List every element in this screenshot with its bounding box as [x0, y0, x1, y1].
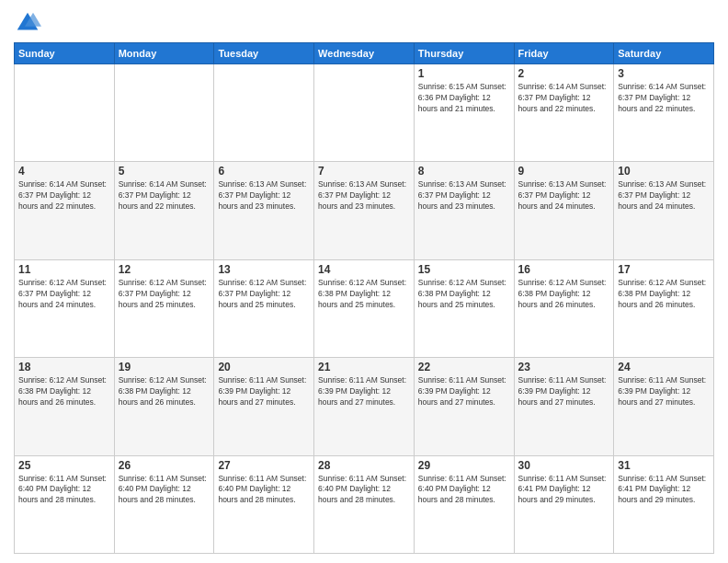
weekday-header: Tuesday	[214, 43, 314, 64]
calendar-cell: 22Sunrise: 6:11 AM Sunset: 6:39 PM Dayli…	[414, 358, 514, 455]
day-number: 6	[218, 165, 310, 178]
day-number: 11	[18, 263, 110, 276]
day-number: 14	[318, 263, 410, 276]
calendar-cell: 18Sunrise: 6:12 AM Sunset: 6:38 PM Dayli…	[15, 358, 115, 455]
day-number: 8	[418, 165, 510, 178]
calendar-cell: 26Sunrise: 6:11 AM Sunset: 6:40 PM Dayli…	[114, 455, 214, 553]
calendar-cell: 4Sunrise: 6:14 AM Sunset: 6:37 PM Daylig…	[15, 162, 115, 259]
day-info: Sunrise: 6:14 AM Sunset: 6:37 PM Dayligh…	[119, 179, 210, 213]
day-info: Sunrise: 6:11 AM Sunset: 6:39 PM Dayligh…	[318, 375, 410, 408]
page: SundayMondayTuesdayWednesdayThursdayFrid…	[0, 0, 728, 563]
day-info: Sunrise: 6:11 AM Sunset: 6:40 PM Dayligh…	[119, 474, 210, 507]
day-info: Sunrise: 6:11 AM Sunset: 6:40 PM Dayligh…	[18, 474, 110, 507]
day-number: 3	[618, 67, 710, 80]
day-number: 26	[119, 459, 210, 472]
calendar-cell: 17Sunrise: 6:12 AM Sunset: 6:38 PM Dayli…	[614, 259, 714, 357]
calendar-cell: 10Sunrise: 6:13 AM Sunset: 6:37 PM Dayli…	[614, 162, 714, 259]
day-info: Sunrise: 6:11 AM Sunset: 6:40 PM Dayligh…	[418, 474, 510, 507]
day-number: 24	[618, 361, 710, 373]
day-info: Sunrise: 6:11 AM Sunset: 6:39 PM Dayligh…	[518, 375, 610, 408]
calendar-cell: 9Sunrise: 6:13 AM Sunset: 6:37 PM Daylig…	[514, 162, 614, 259]
weekday-header: Wednesday	[314, 43, 415, 64]
day-info: Sunrise: 6:12 AM Sunset: 6:38 PM Dayligh…	[618, 278, 710, 311]
calendar-cell: 15Sunrise: 6:12 AM Sunset: 6:38 PM Dayli…	[414, 259, 514, 357]
day-info: Sunrise: 6:12 AM Sunset: 6:37 PM Dayligh…	[18, 278, 110, 311]
calendar-cell: 20Sunrise: 6:11 AM Sunset: 6:39 PM Dayli…	[214, 358, 314, 455]
day-number: 19	[119, 361, 210, 373]
day-number: 31	[618, 459, 710, 472]
calendar-cell: 5Sunrise: 6:14 AM Sunset: 6:37 PM Daylig…	[114, 162, 214, 259]
weekday-header: Sunday	[15, 43, 115, 64]
day-number: 15	[418, 263, 510, 276]
logo-icon	[14, 9, 41, 37]
calendar-cell: 2Sunrise: 6:14 AM Sunset: 6:37 PM Daylig…	[514, 64, 614, 162]
day-number: 16	[518, 263, 610, 276]
calendar-week-row: 1Sunrise: 6:15 AM Sunset: 6:36 PM Daylig…	[15, 64, 714, 162]
day-info: Sunrise: 6:11 AM Sunset: 6:39 PM Dayligh…	[418, 375, 510, 408]
day-info: Sunrise: 6:12 AM Sunset: 6:38 PM Dayligh…	[518, 278, 610, 311]
day-info: Sunrise: 6:13 AM Sunset: 6:37 PM Dayligh…	[618, 179, 710, 213]
day-info: Sunrise: 6:12 AM Sunset: 6:37 PM Dayligh…	[119, 278, 210, 311]
day-number: 7	[318, 165, 410, 178]
day-number: 5	[119, 165, 210, 178]
calendar-cell: 19Sunrise: 6:12 AM Sunset: 6:38 PM Dayli…	[114, 358, 214, 455]
weekday-header: Saturday	[614, 43, 714, 64]
day-info: Sunrise: 6:12 AM Sunset: 6:38 PM Dayligh…	[318, 278, 410, 311]
day-number: 27	[218, 459, 310, 472]
weekday-header: Monday	[114, 43, 214, 64]
calendar-cell	[314, 64, 415, 162]
calendar-cell: 30Sunrise: 6:11 AM Sunset: 6:41 PM Dayli…	[514, 455, 614, 553]
calendar-cell	[15, 64, 115, 162]
calendar-cell: 24Sunrise: 6:11 AM Sunset: 6:39 PM Dayli…	[614, 358, 714, 455]
calendar-cell: 7Sunrise: 6:13 AM Sunset: 6:37 PM Daylig…	[314, 162, 415, 259]
day-info: Sunrise: 6:12 AM Sunset: 6:38 PM Dayligh…	[18, 375, 110, 408]
day-info: Sunrise: 6:15 AM Sunset: 6:36 PM Dayligh…	[418, 82, 510, 115]
day-number: 13	[218, 263, 310, 276]
calendar-cell: 13Sunrise: 6:12 AM Sunset: 6:37 PM Dayli…	[214, 259, 314, 357]
day-number: 29	[418, 459, 510, 472]
calendar-table: SundayMondayTuesdayWednesdayThursdayFrid…	[14, 42, 714, 554]
day-info: Sunrise: 6:12 AM Sunset: 6:38 PM Dayligh…	[418, 278, 510, 311]
calendar-cell: 8Sunrise: 6:13 AM Sunset: 6:37 PM Daylig…	[414, 162, 514, 259]
day-number: 25	[18, 459, 110, 472]
day-number: 1	[418, 67, 510, 80]
calendar-week-row: 25Sunrise: 6:11 AM Sunset: 6:40 PM Dayli…	[15, 455, 714, 553]
weekday-header: Thursday	[414, 43, 514, 64]
day-number: 17	[618, 263, 710, 276]
calendar-cell: 1Sunrise: 6:15 AM Sunset: 6:36 PM Daylig…	[414, 64, 514, 162]
calendar-cell: 6Sunrise: 6:13 AM Sunset: 6:37 PM Daylig…	[214, 162, 314, 259]
day-info: Sunrise: 6:11 AM Sunset: 6:40 PM Dayligh…	[218, 474, 310, 507]
day-info: Sunrise: 6:11 AM Sunset: 6:40 PM Dayligh…	[318, 474, 410, 507]
calendar-cell	[114, 64, 214, 162]
day-info: Sunrise: 6:11 AM Sunset: 6:39 PM Dayligh…	[618, 375, 710, 408]
day-info: Sunrise: 6:13 AM Sunset: 6:37 PM Dayligh…	[218, 179, 310, 213]
calendar-week-row: 4Sunrise: 6:14 AM Sunset: 6:37 PM Daylig…	[15, 162, 714, 259]
day-info: Sunrise: 6:14 AM Sunset: 6:37 PM Dayligh…	[618, 82, 710, 115]
day-number: 20	[218, 361, 310, 373]
day-info: Sunrise: 6:11 AM Sunset: 6:41 PM Dayligh…	[518, 474, 610, 507]
day-info: Sunrise: 6:14 AM Sunset: 6:37 PM Dayligh…	[518, 82, 610, 115]
calendar-week-row: 11Sunrise: 6:12 AM Sunset: 6:37 PM Dayli…	[15, 259, 714, 357]
day-number: 9	[518, 165, 610, 178]
day-number: 2	[518, 67, 610, 80]
calendar-cell: 28Sunrise: 6:11 AM Sunset: 6:40 PM Dayli…	[314, 455, 415, 553]
calendar-cell: 29Sunrise: 6:11 AM Sunset: 6:40 PM Dayli…	[414, 455, 514, 553]
calendar-cell: 12Sunrise: 6:12 AM Sunset: 6:37 PM Dayli…	[114, 259, 214, 357]
logo	[14, 9, 45, 37]
day-number: 4	[18, 165, 110, 178]
calendar-cell: 25Sunrise: 6:11 AM Sunset: 6:40 PM Dayli…	[15, 455, 115, 553]
day-number: 23	[518, 361, 610, 373]
calendar-cell	[214, 64, 314, 162]
weekday-header: Friday	[514, 43, 614, 64]
day-number: 12	[119, 263, 210, 276]
calendar-cell: 16Sunrise: 6:12 AM Sunset: 6:38 PM Dayli…	[514, 259, 614, 357]
day-info: Sunrise: 6:13 AM Sunset: 6:37 PM Dayligh…	[418, 179, 510, 213]
day-info: Sunrise: 6:14 AM Sunset: 6:37 PM Dayligh…	[18, 179, 110, 213]
calendar-cell: 11Sunrise: 6:12 AM Sunset: 6:37 PM Dayli…	[15, 259, 115, 357]
calendar-cell: 23Sunrise: 6:11 AM Sunset: 6:39 PM Dayli…	[514, 358, 614, 455]
calendar-week-row: 18Sunrise: 6:12 AM Sunset: 6:38 PM Dayli…	[15, 358, 714, 455]
day-info: Sunrise: 6:13 AM Sunset: 6:37 PM Dayligh…	[518, 179, 610, 213]
day-info: Sunrise: 6:11 AM Sunset: 6:39 PM Dayligh…	[218, 375, 310, 408]
day-number: 22	[418, 361, 510, 373]
calendar-cell: 14Sunrise: 6:12 AM Sunset: 6:38 PM Dayli…	[314, 259, 415, 357]
